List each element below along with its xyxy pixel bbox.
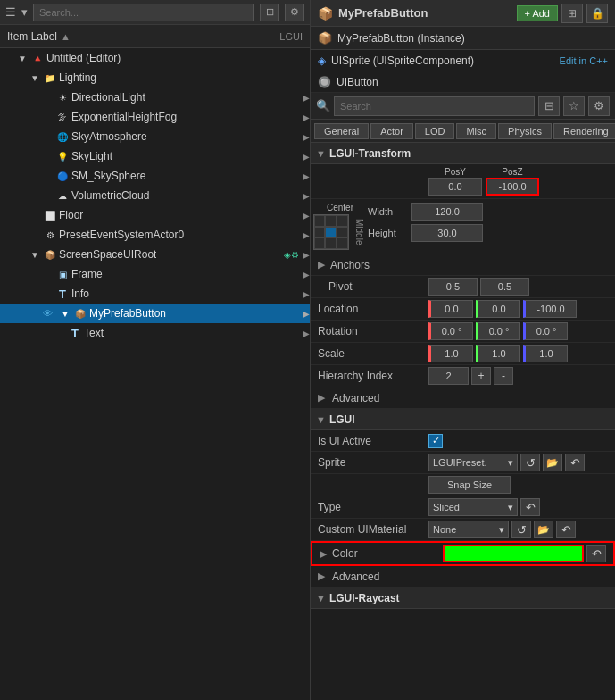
scale-z-input[interactable]	[523, 345, 568, 362]
right-search-input[interactable]	[334, 96, 535, 116]
tab-general[interactable]: General	[314, 123, 369, 139]
sprite-reset-btn[interactable]: ↺	[520, 454, 540, 471]
section-header-transform[interactable]: ▼ LGUI-Transform	[311, 143, 615, 164]
filter-settings-btn[interactable]: ⚙	[588, 96, 610, 116]
add-button[interactable]: + Add	[517, 5, 558, 21]
center-widget[interactable]	[313, 214, 349, 250]
cloud-icon: ☁	[55, 188, 70, 203]
tree-item-sky-light[interactable]: 💡 SkyLight ▶	[0, 146, 310, 166]
rot-z-input[interactable]	[523, 322, 568, 340]
tab-misc[interactable]: Misc	[456, 123, 496, 139]
type-dropdown[interactable]: Sliced ▾	[428, 498, 518, 516]
columns-icon-btn[interactable]: ⊟	[538, 96, 560, 116]
expand-arrow-floor: ▶	[303, 211, 310, 221]
tree-item-frame[interactable]: ▣ Frame ▶	[0, 264, 310, 284]
loc-x-input[interactable]	[428, 300, 473, 318]
tree-label-my-prefab: MyPrefabButton	[89, 307, 166, 320]
tree-item-preset-event[interactable]: ⚙ PresetEventSystemActor0 ▶	[0, 225, 310, 245]
color-arrow: ▶	[320, 548, 327, 560]
sun-icon: ☀	[55, 90, 70, 104]
sprite-value: LGUIPreset.	[433, 457, 487, 468]
snap-size-button[interactable]: Snap Size	[428, 476, 511, 494]
lock-btn[interactable]: 🔒	[586, 4, 608, 23]
advanced-arrow-2: ▶	[318, 571, 325, 582]
add-icon-btn[interactable]: ⊞	[260, 4, 279, 21]
sort-icon[interactable]: ▲	[61, 31, 71, 42]
ui-sprite-icon: ◈	[318, 54, 326, 67]
tree-label-fog: ExponentialHeightFog	[71, 111, 177, 123]
sprite-clear-btn[interactable]: ↶	[565, 454, 585, 471]
tree-item-exp-fog[interactable]: 🌫 ExponentialHeightFog ▶	[0, 107, 310, 127]
tab-physics[interactable]: Physics	[498, 123, 552, 139]
tree-item-directional-light[interactable]: ☀ DirectionalLight ▶	[0, 88, 310, 107]
section-label-lgui: LGUI	[329, 413, 355, 426]
tab-rendering[interactable]: Rendering	[553, 123, 615, 139]
posy-input[interactable]	[428, 178, 482, 196]
arrow-down-icon[interactable]: ▾	[21, 5, 28, 19]
tree-item-text[interactable]: T Text ▶	[0, 323, 310, 343]
advanced-row-1[interactable]: ▶ Advanced	[311, 388, 615, 409]
advanced-row-2[interactable]: ▶ Advanced	[311, 566, 615, 588]
section-header-lgui-raycast[interactable]: ▼ LGUI-Raycast	[311, 588, 615, 609]
hierarchy-index-minus-btn[interactable]: -	[494, 367, 513, 385]
star-icon-btn[interactable]: ☆	[563, 96, 585, 116]
sprite-dropdown[interactable]: LGUIPreset. ▾	[428, 454, 518, 471]
tree-item-floor[interactable]: ⬜ Floor ▶	[0, 205, 310, 225]
custom-material-browse-btn[interactable]: 📂	[534, 521, 553, 538]
tree-item-lighting[interactable]: ▼ 📁 Lighting	[0, 68, 310, 88]
middle-label: Middle	[354, 219, 364, 245]
hierarchy-index-input[interactable]	[428, 367, 469, 385]
pivot-x-input[interactable]	[428, 278, 478, 296]
color-reset-btn[interactable]: ↶	[586, 545, 606, 562]
color-label: Color	[332, 547, 439, 560]
grid-layout-btn[interactable]: ⊞	[561, 4, 583, 23]
posz-input[interactable]	[486, 178, 539, 196]
tree-item-info[interactable]: T Info ▶	[0, 284, 310, 304]
fog-icon: 🌫	[55, 110, 70, 124]
tree-item-sm-sky-sphere[interactable]: 🔵 SM_SkySphere ▶	[0, 166, 310, 186]
settings-icon-btn[interactable]: ⚙	[285, 4, 304, 21]
rot-x-input[interactable]	[428, 322, 473, 340]
width-input[interactable]	[411, 203, 483, 221]
tab-actor[interactable]: Actor	[370, 123, 413, 139]
tree-label-text: Text	[84, 327, 104, 339]
tree-item-my-prefab-button[interactable]: 👁 ▼ 📦 MyPrefabButton ▶	[0, 304, 310, 323]
pivot-y-input[interactable]	[480, 278, 529, 296]
custom-material-dropdown[interactable]: None ▾	[428, 521, 509, 538]
sprite-browse-btn[interactable]: 📂	[543, 454, 562, 471]
height-input[interactable]	[411, 224, 483, 242]
tree-item-sky-atmosphere[interactable]: 🌐 SkyAtmosphere ▶	[0, 127, 310, 146]
posy-label: PosY	[445, 167, 466, 177]
rotation-row: Rotation	[311, 321, 615, 343]
right-panel: 📦 MyPrefabButton + Add ⊞ 🔒 📦 MyPrefabBut…	[311, 0, 615, 700]
tree-item-untitled-editor[interactable]: ▼ 🔺 Untitled (Editor)	[0, 48, 310, 68]
edit-cpp-link[interactable]: Edit in C++	[560, 55, 608, 66]
expand-arrow-vol-cloud: ▶	[303, 191, 310, 201]
tab-lod[interactable]: LOD	[415, 123, 455, 139]
type-reset-btn[interactable]: ↶	[520, 498, 540, 516]
advanced-arrow-1: ▶	[318, 392, 325, 404]
scale-y-input[interactable]	[476, 345, 520, 362]
loc-y-input[interactable]	[476, 300, 520, 318]
is-ui-active-checkbox[interactable]: ✓	[428, 434, 443, 448]
section-header-lgui[interactable]: ▼ LGUI	[311, 409, 615, 430]
tree-item-screen-space[interactable]: ▼ 📦 ScreenSpaceUIRoot ◈⚙ ▶	[0, 245, 310, 264]
color-swatch[interactable]	[443, 545, 584, 562]
screen-space-icon: 📦	[43, 247, 57, 262]
scale-x-input[interactable]	[428, 345, 473, 362]
tree-item-volumetric-cloud[interactable]: ☁ VolumetricCloud ▶	[0, 186, 310, 205]
section-arrow-transform: ▼	[316, 148, 326, 159]
rot-y-input[interactable]	[476, 322, 520, 340]
loc-z-input[interactable]	[523, 300, 577, 318]
type-value: Sliced	[433, 502, 460, 512]
pivot-row: Pivot	[311, 276, 615, 298]
left-search-input[interactable]	[33, 4, 254, 21]
expand-arrow-info: ▶	[303, 289, 310, 299]
custom-material-reset-btn[interactable]: ↺	[511, 521, 531, 538]
hamburger-icon[interactable]: ☰	[5, 5, 16, 19]
visibility-icon[interactable]: 👁	[43, 308, 57, 319]
hierarchy-index-plus-btn[interactable]: +	[471, 367, 491, 385]
color-row: ▶ Color ↶	[311, 541, 615, 566]
custom-material-clear-btn[interactable]: ↶	[556, 521, 576, 538]
custom-material-dropdown-arrow: ▾	[499, 524, 504, 536]
